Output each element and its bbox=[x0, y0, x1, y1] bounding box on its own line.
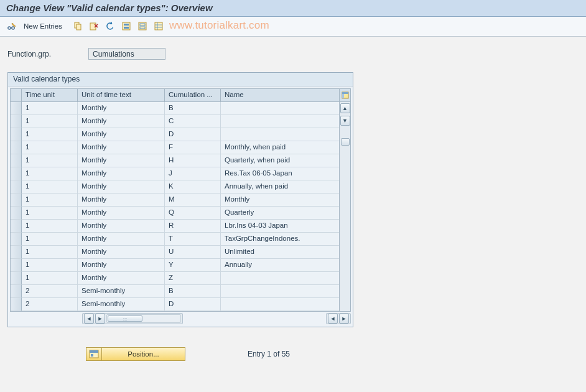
vertical-scrollbar[interactable]: ▲ ▼ bbox=[339, 89, 350, 311]
cell-name[interactable] bbox=[221, 115, 339, 128]
table-row[interactable]: 1MonthlyJRes.Tax 06-05 Japan bbox=[22, 167, 339, 180]
cell-unit-text[interactable]: Monthly bbox=[78, 233, 165, 246]
cell-cumulation[interactable]: Y bbox=[165, 259, 221, 272]
cell-time-unit[interactable]: 1 bbox=[22, 128, 78, 141]
cell-time-unit[interactable]: 1 bbox=[22, 233, 78, 246]
cell-name[interactable] bbox=[221, 272, 339, 285]
hscroll-left-button-2[interactable]: ◄ bbox=[328, 314, 338, 324]
cell-name[interactable] bbox=[221, 128, 339, 141]
cell-name[interactable]: Annually bbox=[221, 259, 339, 272]
function-group-field[interactable] bbox=[88, 48, 165, 60]
cell-cumulation[interactable]: T bbox=[165, 233, 221, 246]
cell-name[interactable]: Quarterly, when paid bbox=[221, 154, 339, 167]
row-selector[interactable] bbox=[11, 167, 22, 180]
horizontal-scrollbar-left[interactable]: ◄ ► ::: bbox=[82, 313, 183, 324]
delete-button[interactable] bbox=[87, 20, 101, 32]
row-selector[interactable] bbox=[11, 128, 22, 141]
scroll-down-button[interactable]: ▼ bbox=[340, 116, 350, 126]
cell-cumulation[interactable]: M bbox=[165, 194, 221, 207]
cell-time-unit[interactable]: 1 bbox=[22, 220, 78, 233]
cell-unit-text[interactable]: Monthly bbox=[78, 115, 165, 128]
col-name[interactable]: Name bbox=[221, 89, 339, 102]
table-row[interactable]: 1MonthlyTTaxGrpChangeIndones. bbox=[22, 233, 339, 246]
cell-time-unit[interactable]: 1 bbox=[22, 194, 78, 207]
cell-time-unit[interactable]: 2 bbox=[22, 285, 78, 298]
cell-name[interactable]: Quarterly bbox=[221, 207, 339, 220]
new-entries-button[interactable]: New Entries bbox=[21, 22, 68, 30]
cell-time-unit[interactable]: 1 bbox=[22, 272, 78, 285]
table-settings-button[interactable] bbox=[152, 20, 165, 32]
cell-unit-text[interactable]: Monthly bbox=[78, 259, 165, 272]
cell-unit-text[interactable]: Semi-monthly bbox=[78, 285, 165, 298]
col-time-unit[interactable]: Time unit bbox=[22, 89, 78, 102]
row-selector[interactable] bbox=[11, 233, 22, 246]
cell-time-unit[interactable]: 1 bbox=[22, 259, 78, 272]
table-row[interactable]: 1MonthlyYAnnually bbox=[22, 259, 339, 272]
cell-name[interactable]: Monthly, when paid bbox=[221, 141, 339, 154]
hscroll-left-button[interactable]: ◄ bbox=[84, 314, 94, 324]
table-row[interactable]: 2Semi-monthlyD bbox=[22, 298, 339, 311]
cell-time-unit[interactable]: 1 bbox=[22, 154, 78, 167]
table-row[interactable]: 1MonthlyB bbox=[22, 102, 339, 115]
cell-unit-text[interactable]: Monthly bbox=[78, 128, 165, 141]
table-row[interactable]: 1MonthlyKAnnually, when paid bbox=[22, 180, 339, 194]
row-selector[interactable] bbox=[11, 141, 22, 154]
cell-cumulation[interactable]: R bbox=[165, 220, 221, 233]
cell-cumulation[interactable]: C bbox=[165, 115, 221, 128]
table-row[interactable]: 2Semi-monthlyB bbox=[22, 285, 339, 298]
cell-unit-text[interactable]: Monthly bbox=[78, 180, 165, 194]
cell-name[interactable] bbox=[221, 285, 339, 298]
cell-cumulation[interactable]: F bbox=[165, 141, 221, 154]
cell-unit-text[interactable]: Monthly bbox=[78, 154, 165, 167]
cell-unit-text[interactable]: Monthly bbox=[78, 194, 165, 207]
cell-name[interactable]: Annually, when paid bbox=[221, 180, 339, 194]
row-selector[interactable] bbox=[11, 194, 22, 207]
cell-cumulation[interactable]: D bbox=[165, 128, 221, 141]
select-all-rows-header[interactable] bbox=[11, 89, 22, 102]
cell-cumulation[interactable]: B bbox=[165, 285, 221, 298]
col-cumulation[interactable]: Cumulation ... bbox=[165, 89, 221, 102]
copy-button[interactable] bbox=[71, 20, 85, 32]
cell-time-unit[interactable]: 1 bbox=[22, 207, 78, 220]
cell-unit-text[interactable]: Monthly bbox=[78, 207, 165, 220]
cell-name[interactable]: Res.Tax 06-05 Japan bbox=[221, 167, 339, 180]
table-row[interactable]: 1MonthlyQQuarterly bbox=[22, 207, 339, 220]
select-all-button[interactable] bbox=[119, 20, 133, 32]
row-selector[interactable] bbox=[11, 207, 22, 220]
cell-unit-text[interactable]: Monthly bbox=[78, 220, 165, 233]
row-selector[interactable] bbox=[11, 115, 22, 128]
cell-cumulation[interactable]: J bbox=[165, 167, 221, 180]
row-selector[interactable] bbox=[11, 220, 22, 233]
table-row[interactable]: 1MonthlyFMonthly, when paid bbox=[22, 141, 339, 154]
row-selector[interactable] bbox=[11, 272, 22, 285]
cell-unit-text[interactable]: Monthly bbox=[78, 102, 165, 115]
row-selector[interactable] bbox=[11, 298, 22, 311]
cell-cumulation[interactable]: D bbox=[165, 298, 221, 311]
cell-cumulation[interactable]: H bbox=[165, 154, 221, 167]
table-row[interactable]: 1MonthlyD bbox=[22, 128, 339, 141]
row-selector[interactable] bbox=[11, 259, 22, 272]
configure-columns-button[interactable] bbox=[340, 89, 350, 102]
cell-unit-text[interactable]: Semi-monthly bbox=[78, 298, 165, 311]
col-unit-text[interactable]: Unit of time text bbox=[78, 89, 165, 102]
cell-name[interactable] bbox=[221, 298, 339, 311]
row-selector[interactable] bbox=[11, 246, 22, 259]
cell-cumulation[interactable]: U bbox=[165, 246, 221, 259]
cell-time-unit[interactable]: 1 bbox=[22, 115, 78, 128]
hscroll-track[interactable]: ::: bbox=[106, 314, 181, 323]
cell-name[interactable] bbox=[221, 102, 339, 115]
row-selector[interactable] bbox=[11, 102, 22, 115]
cell-time-unit[interactable]: 1 bbox=[22, 102, 78, 115]
position-button[interactable]: Position... bbox=[102, 347, 185, 361]
cell-time-unit[interactable]: 2 bbox=[22, 298, 78, 311]
table-row[interactable]: 1MonthlyC bbox=[22, 115, 339, 128]
cell-name[interactable]: Monthly bbox=[221, 194, 339, 207]
undo-button[interactable] bbox=[103, 20, 117, 32]
cell-name[interactable]: Unlimited bbox=[221, 246, 339, 259]
cell-unit-text[interactable]: Monthly bbox=[78, 246, 165, 259]
cell-time-unit[interactable]: 1 bbox=[22, 246, 78, 259]
cell-name[interactable]: TaxGrpChangeIndones. bbox=[221, 233, 339, 246]
table-row[interactable]: 1MonthlyUUnlimited bbox=[22, 246, 339, 259]
cell-time-unit[interactable]: 1 bbox=[22, 180, 78, 194]
hscroll-right-button-2[interactable]: ► bbox=[339, 314, 349, 324]
